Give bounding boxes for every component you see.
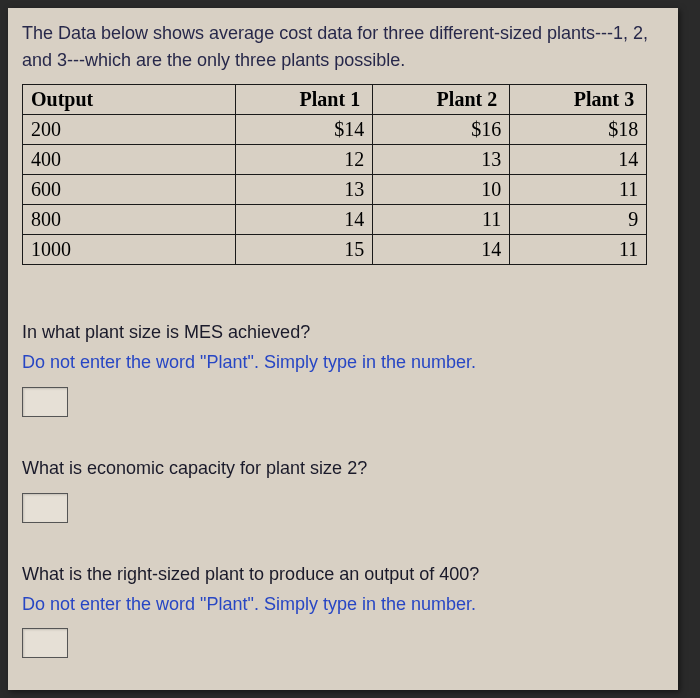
cell-output: 1000 xyxy=(23,235,236,265)
cell-p2: 13 xyxy=(373,145,510,175)
cell-p1: 15 xyxy=(236,235,373,265)
cost-table: Output Plant 1 Plant 2 Plant 3 200 $14 $… xyxy=(22,84,647,265)
cell-p1: 13 xyxy=(236,175,373,205)
cell-p2: 11 xyxy=(373,205,510,235)
cell-p2: $16 xyxy=(373,115,510,145)
intro-text: The Data below shows average cost data f… xyxy=(22,20,660,74)
table-row: 600 13 10 11 xyxy=(23,175,647,205)
q2-input[interactable] xyxy=(22,493,68,523)
question-page: The Data below shows average cost data f… xyxy=(8,8,678,690)
cell-p1: 14 xyxy=(236,205,373,235)
q3-hint: Do not enter the word "Plant". Simply ty… xyxy=(22,591,660,619)
q1-input[interactable] xyxy=(22,387,68,417)
cell-p3: 9 xyxy=(510,205,647,235)
q3-input[interactable] xyxy=(22,628,68,658)
cell-output: 200 xyxy=(23,115,236,145)
question-1: In what plant size is MES achieved? Do n… xyxy=(22,319,660,441)
col-plant3: Plant 3 xyxy=(510,85,647,115)
cell-p3: 11 xyxy=(510,235,647,265)
cell-output: 800 xyxy=(23,205,236,235)
table-row: 1000 15 14 11 xyxy=(23,235,647,265)
table-row: 800 14 11 9 xyxy=(23,205,647,235)
col-output: Output xyxy=(23,85,236,115)
cell-p2: 14 xyxy=(373,235,510,265)
q1-hint: Do not enter the word "Plant". Simply ty… xyxy=(22,349,660,377)
q3-prompt: What is the right-sized plant to produce… xyxy=(22,561,660,589)
cell-output: 600 xyxy=(23,175,236,205)
table-header-row: Output Plant 1 Plant 2 Plant 3 xyxy=(23,85,647,115)
col-plant2: Plant 2 xyxy=(373,85,510,115)
cell-p2: 10 xyxy=(373,175,510,205)
col-plant1: Plant 1 xyxy=(236,85,373,115)
cell-p3: 11 xyxy=(510,175,647,205)
q2-prompt: What is economic capacity for plant size… xyxy=(22,455,660,483)
cell-p1: 12 xyxy=(236,145,373,175)
question-3: What is the right-sized plant to produce… xyxy=(22,561,660,683)
cell-output: 400 xyxy=(23,145,236,175)
cell-p3: $18 xyxy=(510,115,647,145)
table-row: 400 12 13 14 xyxy=(23,145,647,175)
cell-p3: 14 xyxy=(510,145,647,175)
cell-p1: $14 xyxy=(236,115,373,145)
table-row: 200 $14 $16 $18 xyxy=(23,115,647,145)
q1-prompt: In what plant size is MES achieved? xyxy=(22,319,660,347)
question-2: What is economic capacity for plant size… xyxy=(22,455,660,547)
